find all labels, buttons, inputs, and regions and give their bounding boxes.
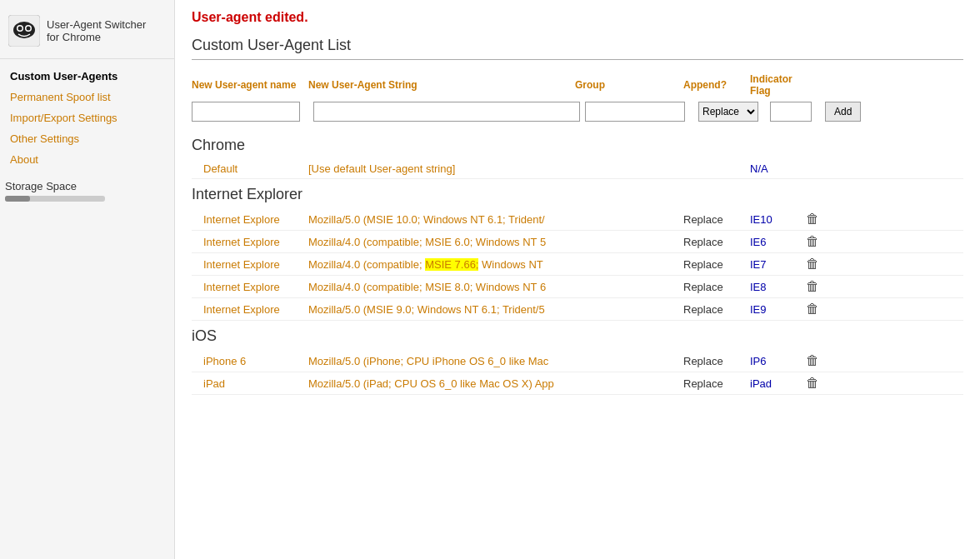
entry-append: Replace	[683, 258, 750, 271]
entry-name[interactable]: iPad	[192, 377, 308, 390]
entry-delete-cell: 🗑	[800, 376, 825, 391]
entry-append: Replace	[683, 355, 750, 367]
table-row: Internet Explore Mozilla/5.0 (MSIE 10.0;…	[192, 208, 963, 231]
group-ios: iOS iPhone 6 Mozilla/5.0 (iPhone; CPU iP…	[192, 327, 963, 395]
sidebar-item-about[interactable]: About	[5, 149, 169, 170]
sidebar-item-custom-user-agents[interactable]: Custom User-Agents	[5, 66, 169, 87]
table-row: Internet Explore Mozilla/4.0 (compatible…	[192, 231, 963, 253]
svg-point-4	[18, 27, 22, 31]
entry-name: Default	[192, 162, 308, 175]
storage-space-label: Storage Space	[5, 180, 169, 192]
app-logo: User-Agent Switcher for Chrome	[0, 8, 174, 59]
string-part-3: Windows NT	[478, 258, 542, 271]
entry-append: Replace	[683, 236, 750, 248]
entry-string: Mozilla/5.0 (MSIE 9.0; Windows NT 6.1; T…	[308, 303, 575, 316]
entry-string: Mozilla/4.0 (compatible; MSIE 7.66; Wind…	[308, 258, 575, 271]
string-highlight: MSIE 7.66;	[425, 258, 478, 271]
column-headers-row: New User-agent name New User-Agent Strin…	[192, 72, 963, 102]
entry-name[interactable]: Internet Explore	[192, 213, 308, 226]
svg-point-5	[27, 27, 31, 31]
entry-string: Mozilla/4.0 (compatible; MSIE 8.0; Windo…	[308, 281, 575, 293]
delete-icon[interactable]: 🗑	[806, 353, 819, 367]
entry-flag: IE6	[750, 236, 800, 248]
delete-icon[interactable]: 🗑	[806, 376, 819, 390]
sidebar-item-permanent-spoof-list[interactable]: Permanent Spoof list	[5, 87, 169, 107]
storage-bar-background	[5, 196, 105, 202]
main-content: User-agent edited. Custom User-Agent Lis…	[175, 0, 980, 559]
entry-string: Mozilla/5.0 (iPhone; CPU iPhone OS 6_0 l…	[308, 355, 575, 367]
delete-icon[interactable]: 🗑	[806, 279, 819, 293]
sidebar-item-import-export-settings[interactable]: Import/Export Settings	[5, 107, 169, 128]
add-button[interactable]: Add	[825, 102, 861, 122]
entry-flag: IE10	[750, 213, 800, 226]
app-title-line1: User-Agent Switcher	[47, 18, 146, 31]
entry-string: [Use default User-agent string]	[308, 162, 575, 175]
entry-flag: IE7	[750, 258, 800, 271]
table-row: Internet Explore Mozilla/4.0 (compatible…	[192, 253, 963, 276]
entry-string: Mozilla/5.0 (MSIE 10.0; Windows NT 6.1; …	[308, 213, 575, 226]
entry-append: Replace	[683, 303, 750, 316]
group-ie-label: Internet Explorer	[192, 186, 963, 203]
group-chrome: Chrome Default [Use default User-agent s…	[192, 137, 963, 179]
append-select[interactable]: Replace Append	[698, 102, 758, 122]
entry-flag: N/A	[750, 162, 800, 175]
entry-name[interactable]: Internet Explore	[192, 281, 308, 293]
group-internet-explorer: Internet Explorer Internet Explore Mozil…	[192, 186, 963, 321]
storage-bar-fill	[5, 196, 30, 202]
sidebar: User-Agent Switcher for Chrome Custom Us…	[0, 0, 175, 559]
indicator-flag-input[interactable]	[770, 102, 812, 122]
entry-flag: IE9	[750, 303, 800, 316]
entry-string: Mozilla/5.0 (iPad; CPU OS 6_0 like Mac O…	[308, 377, 575, 390]
table-row: Default [Use default User-agent string] …	[192, 159, 963, 179]
table-row: Internet Explore Mozilla/4.0 (compatible…	[192, 276, 963, 298]
sidebar-navigation: Custom User-Agents Permanent Spoof list …	[0, 66, 174, 170]
new-agent-group-input[interactable]	[585, 102, 685, 122]
delete-icon[interactable]: 🗑	[806, 302, 819, 316]
entry-name[interactable]: Internet Explore	[192, 236, 308, 248]
entry-flag: IP6	[750, 355, 800, 367]
table-row: iPhone 6 Mozilla/5.0 (iPhone; CPU iPhone…	[192, 350, 963, 372]
app-title: User-Agent Switcher for Chrome	[47, 18, 146, 43]
col-header-string: New User-Agent String	[308, 79, 575, 91]
delete-icon[interactable]: 🗑	[806, 212, 819, 226]
sidebar-item-other-settings[interactable]: Other Settings	[5, 128, 169, 149]
entry-string: Mozilla/4.0 (compatible; MSIE 6.0; Windo…	[308, 236, 575, 248]
title-divider	[192, 59, 963, 60]
group-ios-label: iOS	[192, 327, 963, 345]
new-agent-string-input[interactable]	[313, 102, 580, 122]
page-title: Custom User-Agent List	[192, 37, 963, 54]
app-title-line2: for Chrome	[47, 31, 101, 43]
table-row: iPad Mozilla/5.0 (iPad; CPU OS 6_0 like …	[192, 372, 963, 395]
entry-delete-cell: 🗑	[800, 212, 825, 227]
entry-delete-cell: 🗑	[800, 353, 825, 368]
col-header-flag: Indicator Flag	[750, 73, 800, 97]
entry-flag: IE8	[750, 281, 800, 293]
col-header-group: Group	[575, 79, 683, 91]
table-row: Internet Explore Mozilla/5.0 (MSIE 9.0; …	[192, 298, 963, 321]
add-form-row: Replace Append Add	[192, 102, 963, 122]
entry-append: Replace	[683, 377, 750, 390]
entry-delete-cell: 🗑	[800, 279, 825, 294]
entry-flag: iPad	[750, 377, 800, 390]
new-agent-name-input[interactable]	[192, 102, 300, 122]
entry-delete-cell: 🗑	[800, 257, 825, 272]
col-header-name: New User-agent name	[192, 79, 308, 91]
storage-space-section: Storage Space	[0, 175, 174, 202]
entry-name[interactable]: iPhone 6	[192, 355, 308, 367]
entry-name[interactable]: Internet Explore	[192, 303, 308, 316]
success-message: User-agent edited.	[192, 10, 963, 25]
app-logo-icon	[8, 15, 40, 47]
entry-delete-cell: 🗑	[800, 234, 825, 249]
col-header-append: Append?	[683, 79, 750, 91]
group-chrome-label: Chrome	[192, 137, 963, 154]
entry-append: Replace	[683, 281, 750, 293]
entry-name[interactable]: Internet Explore	[192, 258, 308, 271]
delete-icon[interactable]: 🗑	[806, 257, 819, 271]
delete-icon[interactable]: 🗑	[806, 234, 819, 248]
entry-append: Replace	[683, 213, 750, 226]
string-part-1: Mozilla/4.0 (compatible;	[308, 258, 425, 271]
entry-delete-cell: 🗑	[800, 302, 825, 317]
